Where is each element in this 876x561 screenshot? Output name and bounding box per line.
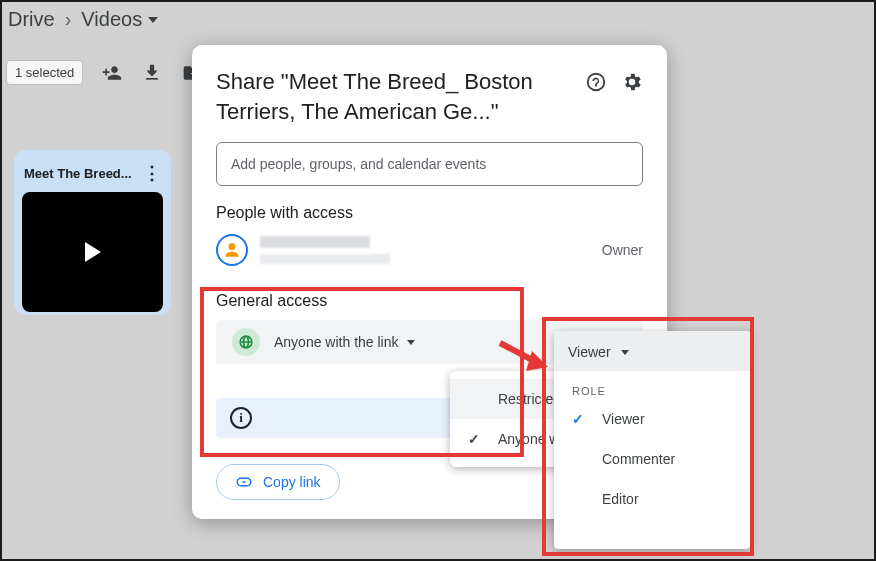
svg-point-0 (229, 244, 236, 251)
access-label-text: Anyone with the link (274, 334, 399, 350)
breadcrumb-root[interactable]: Drive (8, 8, 55, 31)
selected-count: 1 selected (6, 60, 83, 85)
copy-link-label: Copy link (263, 474, 321, 490)
breadcrumb-current-label: Videos (81, 8, 142, 31)
caret-down-icon (407, 340, 415, 345)
role-option-label: Editor (602, 491, 639, 507)
input-placeholder: Add people, groups, and calendar events (231, 156, 486, 172)
redacted-name (260, 236, 390, 264)
role-panel: Viewer ROLE ✓ Viewer Commenter Editor (554, 331, 750, 549)
role-option-viewer[interactable]: ✓ Viewer (554, 399, 750, 439)
video-preview[interactable] (22, 192, 163, 312)
thumbnail-title: Meet The Breed... (24, 166, 132, 181)
role-button-label: Viewer (568, 344, 611, 360)
breadcrumb-current[interactable]: Videos (81, 8, 158, 31)
caret-down-icon (148, 17, 158, 23)
role-dropdown-button[interactable]: Viewer (568, 344, 629, 360)
role-option-editor[interactable]: Editor (554, 479, 750, 519)
breadcrumb: Drive › Videos (8, 8, 158, 31)
share-person-icon[interactable] (101, 62, 123, 84)
gear-icon[interactable] (621, 71, 643, 97)
general-access-heading: General access (216, 292, 643, 310)
file-thumbnail[interactable]: Meet The Breed... ⋮ (14, 150, 171, 315)
person-row: Owner (216, 234, 643, 266)
thumbnail-more-icon[interactable]: ⋮ (143, 162, 161, 184)
role-option-commenter[interactable]: Commenter (554, 439, 750, 479)
role-option-label: Commenter (602, 451, 675, 467)
owner-label: Owner (602, 242, 643, 258)
download-icon[interactable] (141, 62, 163, 84)
copy-link-button[interactable]: Copy link (216, 464, 340, 500)
add-people-input[interactable]: Add people, groups, and calendar events (216, 142, 643, 186)
chevron-right-icon: › (65, 8, 72, 31)
info-icon: i (230, 407, 252, 429)
help-icon[interactable] (585, 71, 607, 97)
role-section-label: ROLE (554, 371, 750, 399)
access-option-label: Restricted (498, 391, 561, 407)
general-access-dropdown[interactable]: Anyone with the link (274, 334, 415, 350)
role-option-label: Viewer (602, 411, 645, 427)
check-icon: ✓ (572, 411, 586, 427)
globe-icon (232, 328, 260, 356)
check-icon: ✓ (468, 431, 484, 447)
people-heading: People with access (216, 204, 643, 222)
avatar (216, 234, 248, 266)
caret-down-icon (621, 350, 629, 355)
play-icon (85, 242, 101, 262)
dialog-title: Share "Meet The Breed_ Boston Terriers, … (216, 67, 576, 126)
